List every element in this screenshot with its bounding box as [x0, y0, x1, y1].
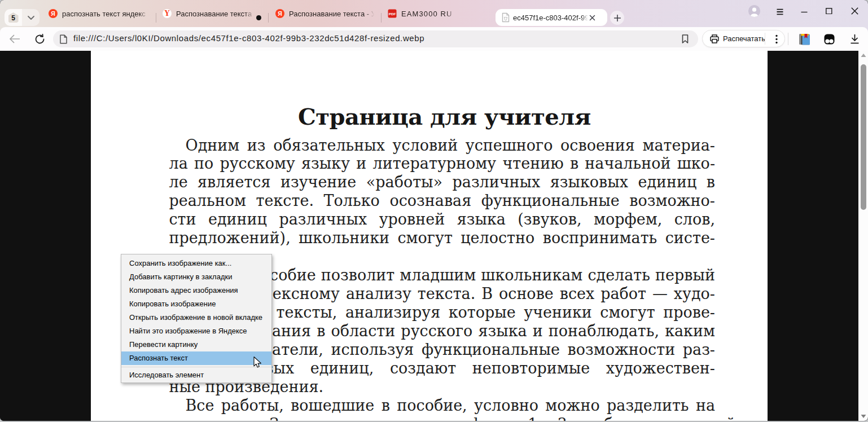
active-tab[interactable]: ec457f1e-c803-402f-99 — [496, 9, 607, 26]
context-menu-item[interactable]: Сохранить изображение как... — [121, 257, 271, 270]
scan-text-line: две группы. Задания, отмеченные цифрами … — [169, 415, 716, 421]
scroll-down-icon[interactable] — [861, 414, 866, 419]
yandex-favicon: Я — [275, 9, 284, 18]
minimize-icon — [801, 7, 808, 14]
yandex-letter: Я — [278, 10, 282, 17]
scan-text-line: предложений), школьники смогут целостно … — [169, 229, 716, 248]
tab-label: Распознавание текста - У — [289, 10, 374, 18]
url-bar[interactable]: file:///C:/Users/l0KI/Downloads/ec457f1e… — [53, 30, 698, 47]
tab-label: Распознавание текста — [176, 10, 254, 18]
hamburger-icon — [777, 8, 783, 15]
scroll-up-icon[interactable] — [861, 53, 866, 58]
kebab-menu-icon[interactable] — [775, 34, 778, 44]
printer-icon — [710, 34, 719, 43]
maximize-icon — [826, 7, 832, 14]
plus-icon — [614, 15, 621, 21]
browser-menu-button[interactable] — [777, 7, 783, 14]
yandex-browser-favicon: Y — [163, 9, 172, 18]
url-text[interactable]: file:///C:/Users/l0KI/Downloads/ec457f1e… — [73, 33, 424, 43]
context-menu: Сохранить изображение как...Добавить кар… — [121, 254, 272, 383]
pdf-favicon: PDF — [388, 9, 397, 18]
close-icon — [851, 7, 858, 15]
chevron-down-icon — [28, 16, 34, 20]
context-menu-item[interactable]: Копировать адрес изображения — [121, 284, 271, 297]
tab-divider — [381, 13, 382, 23]
context-menu-separator — [121, 367, 271, 367]
yandex-browser-letter: Y — [165, 10, 170, 17]
tab-counter-button[interactable]: 5 — [5, 9, 40, 26]
scan-text-line: ла по русскому языку и литературному чте… — [169, 155, 716, 173]
tab-label: распознать текст яндекс - — [62, 10, 148, 18]
browser-window: 5 Я распознать текст яндекс - Y Распозна… — [0, 0, 868, 421]
print-button[interactable]: Распечатать — [702, 30, 785, 47]
tab-4[interactable]: PDF EAM3000 RU — [388, 0, 455, 27]
maximize-button[interactable] — [819, 0, 839, 21]
book-icon — [799, 33, 810, 45]
address-toolbar: file:///C:/Users/l0KI/Downloads/ec457f1e… — [0, 27, 868, 51]
bookmarks-extension-button[interactable] — [796, 31, 812, 47]
new-tab-button[interactable] — [610, 11, 624, 25]
context-menu-item[interactable]: Распознать текст — [121, 351, 271, 365]
tab-count: 5 — [11, 14, 15, 22]
person-icon — [748, 5, 760, 17]
scan-text-line: Все работы, вошедшие в пособие, условно … — [169, 397, 716, 415]
context-menu-item[interactable]: Исследовать элемент — [121, 368, 271, 382]
scrollbar-thumb[interactable] — [861, 64, 866, 210]
tab-count-badge[interactable]: 5 — [5, 9, 22, 26]
pdf-badge-text: PDF — [389, 12, 396, 16]
tab-3[interactable]: Я Распознавание текста - У — [275, 0, 374, 27]
scan-text-line: ле является изучение «работы» различных … — [169, 173, 716, 192]
tab-2[interactable]: Y Распознавание текста — [163, 0, 254, 27]
tab-divider — [268, 13, 269, 23]
reload-icon — [34, 34, 45, 45]
toolbar-divider — [788, 33, 788, 45]
minimize-button[interactable] — [795, 0, 814, 21]
tab-notification-dot — [256, 15, 261, 20]
active-tab-label: ec457f1e-c803-402f-99 — [513, 14, 588, 22]
tab-count-pentagon-icon: 5 — [8, 12, 19, 23]
bookmark-icon[interactable] — [680, 34, 690, 44]
back-arrow-icon — [9, 34, 20, 43]
context-menu-item[interactable]: Копировать изображение — [121, 297, 271, 311]
tab-divider — [156, 13, 156, 23]
print-divider — [765, 33, 765, 45]
scan-text-line: сти единиц различных уровней языка (звук… — [169, 210, 716, 229]
mouse-cursor — [253, 357, 264, 369]
context-menu-item[interactable]: Найти это изображение в Яндексе — [121, 324, 271, 338]
context-menu-item[interactable]: Перевести картинку — [121, 338, 271, 351]
vertical-scrollbar[interactable] — [858, 51, 868, 421]
print-label: Распечатать — [723, 34, 765, 43]
scan-text-line: реальном тексте. Только осознавая функци… — [169, 192, 716, 210]
close-tab-icon[interactable] — [589, 15, 595, 21]
yandex-letter: Я — [51, 10, 55, 17]
downloads-button[interactable] — [847, 31, 862, 47]
reload-button[interactable] — [33, 32, 46, 46]
tab-label: EAM3000 RU — [401, 10, 455, 18]
yandex-favicon: Я — [49, 9, 58, 18]
page-file-icon — [59, 34, 68, 44]
context-menu-item[interactable]: Добавить картинку в закладки — [121, 270, 271, 284]
mask-extension-button[interactable] — [821, 31, 837, 47]
mask-icon — [824, 34, 835, 45]
tab-list-dropdown[interactable] — [22, 9, 40, 26]
close-window-button[interactable] — [845, 0, 864, 21]
tab-1[interactable]: Я распознать текст яндекс - — [49, 0, 151, 27]
user-avatar[interactable] — [748, 5, 760, 17]
scan-text-line: Одним из обязательных условий успешного … — [169, 137, 716, 155]
scan-page-title: Страница для учителя — [298, 106, 591, 131]
webp-file-icon — [501, 12, 510, 23]
download-icon — [850, 34, 860, 44]
back-button[interactable] — [8, 32, 21, 46]
context-menu-item[interactable]: Открыть изображение в новой вкладке — [121, 311, 271, 324]
